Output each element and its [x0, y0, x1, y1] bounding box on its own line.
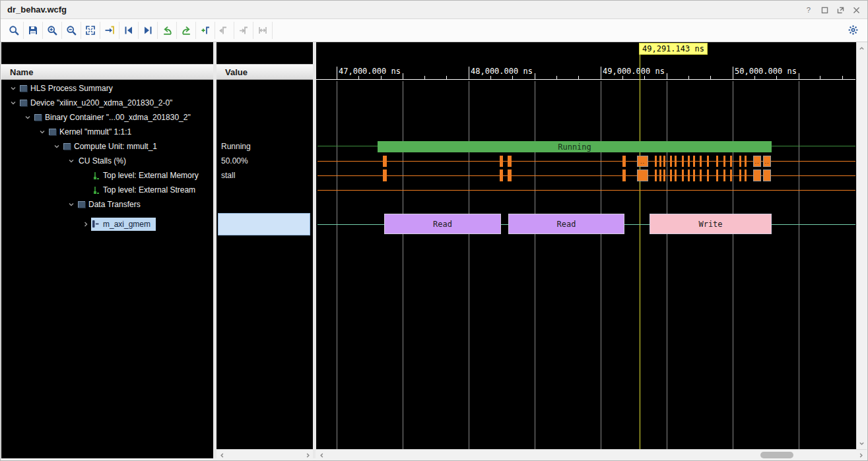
- chevron-down-icon[interactable]: [66, 156, 77, 166]
- scroll-left-icon[interactable]: [217, 450, 226, 460]
- hscroll-thumb[interactable]: [760, 452, 793, 458]
- tree-item[interactable]: Kernel "mmult" 1:1:1: [1, 125, 249, 139]
- time-cursor-line: [640, 55, 640, 449]
- transaction-block: Write: [650, 214, 772, 234]
- gridline: [535, 81, 535, 449]
- chevron-down-icon[interactable]: [8, 84, 18, 93]
- stall-pulse: [383, 169, 387, 181]
- value-panel-hscrollbar[interactable]: [217, 449, 313, 460]
- transaction-icon: [91, 220, 101, 229]
- scroll-up-icon[interactable]: [857, 44, 866, 53]
- stall-pulse: [663, 169, 665, 181]
- minor-tick: [842, 76, 843, 79]
- transaction-block: Read: [508, 214, 624, 234]
- minor-tick: [710, 76, 711, 79]
- stall-pulse: [693, 156, 695, 167]
- value-text: 50.00%: [221, 156, 248, 166]
- toolbar: [1, 19, 867, 42]
- previous-transition-button[interactable]: [119, 22, 139, 39]
- scroll-left-icon[interactable]: [317, 450, 326, 460]
- signal-line: [317, 190, 855, 191]
- stall-pulse: [693, 169, 695, 181]
- tree-item-label: Binary Container "...00_xdma_201830_2": [45, 113, 191, 122]
- zoom-in-button[interactable]: [43, 22, 62, 39]
- time-tick-label: 47,000.000 ns: [339, 67, 401, 76]
- gridline: [667, 81, 667, 449]
- block-icon: [18, 84, 28, 93]
- help-icon[interactable]: ?: [803, 4, 815, 16]
- stall-pulse: [716, 156, 718, 167]
- waveform-viewer-window: dr_behav.wcfg ? Name HLS Process Summary…: [0, 0, 868, 461]
- stall-pulse: [659, 169, 661, 181]
- go-to-time-button[interactable]: [100, 22, 119, 39]
- minor-tick: [688, 76, 689, 79]
- stall-pulse: [700, 156, 702, 167]
- stall-pulse: [383, 156, 387, 167]
- value-text: Running: [221, 142, 251, 151]
- name-column-header[interactable]: Name: [1, 64, 213, 80]
- scroll-right-icon[interactable]: [856, 450, 865, 460]
- scroll-right-icon[interactable]: [303, 450, 312, 460]
- minor-tick: [820, 76, 820, 79]
- save-button[interactable]: [24, 22, 43, 39]
- next-transition-button[interactable]: [139, 22, 158, 39]
- toolbar-buttons: [5, 21, 273, 40]
- major-tick: [469, 67, 469, 79]
- stall-pulse: ..: [753, 156, 761, 167]
- chevron-down-icon[interactable]: [8, 98, 18, 108]
- search-button[interactable]: [5, 22, 24, 39]
- gridline: [799, 81, 799, 449]
- value-column-header[interactable]: Value: [217, 64, 313, 80]
- stall-pulse: [730, 156, 732, 167]
- waveform-canvas[interactable]: 47,000.000 ns48,000.000 ns49,000.000 ns5…: [316, 42, 855, 458]
- stall-pulse: [707, 156, 709, 167]
- stall-pulse: [723, 169, 725, 181]
- close-icon[interactable]: [850, 4, 862, 16]
- block-icon: [62, 142, 72, 151]
- tree-item[interactable]: Device "xilinx_u200_xdma_201830_2-0": [1, 96, 220, 110]
- tree-item[interactable]: Binary Container "...00_xdma_201830_2": [1, 110, 234, 125]
- wave-vscrollbar[interactable]: [856, 42, 867, 449]
- stall-pulse: [682, 169, 684, 181]
- maximize-icon[interactable]: [818, 4, 830, 16]
- gridline: [601, 81, 601, 449]
- redo-button[interactable]: [177, 22, 196, 39]
- minor-tick: [490, 76, 491, 79]
- tree-item[interactable]: HLS Process Summary: [1, 81, 220, 96]
- settings-gear-icon[interactable]: [845, 22, 861, 38]
- chevron-down-icon[interactable]: [37, 127, 48, 137]
- zoom-out-icon: [66, 25, 77, 36]
- minor-tick: [358, 76, 359, 79]
- transaction-label: Read: [433, 220, 452, 229]
- stall-pulse: [655, 156, 657, 167]
- tree-item-label: Kernel "mmult" 1:1:1: [59, 127, 131, 137]
- major-tick: [601, 67, 601, 79]
- minor-tick: [578, 76, 579, 79]
- block-glyph: [20, 85, 27, 92]
- block-glyph: [78, 201, 85, 208]
- chevron-down-icon[interactable]: [22, 113, 33, 122]
- float-icon[interactable]: [834, 4, 846, 16]
- transaction-label: Write: [698, 220, 722, 229]
- zoom-out-button[interactable]: [62, 22, 81, 39]
- stall-pulse: [716, 169, 718, 181]
- chevron-down-icon[interactable]: [66, 200, 77, 209]
- scroll-down-icon[interactable]: [857, 439, 866, 448]
- gridline: [403, 81, 403, 449]
- minor-tick: [776, 76, 777, 79]
- add-marker-button[interactable]: [196, 22, 215, 39]
- undo-button[interactable]: [158, 22, 177, 39]
- chevron-down-icon[interactable]: [51, 142, 62, 151]
- selected-value-box[interactable]: [218, 213, 310, 235]
- cursor-time-label[interactable]: 49,291.143 ns: [639, 43, 708, 55]
- mid-tick: [403, 73, 403, 79]
- wave-hscrollbar[interactable]: [316, 449, 867, 460]
- zoom-fit-button[interactable]: [81, 22, 100, 39]
- tree-item-label: Data Transfers: [88, 200, 141, 209]
- save-icon: [28, 25, 38, 36]
- chevron-right-icon[interactable]: [81, 220, 91, 229]
- block-glyph: [34, 114, 42, 121]
- stall-pulse: [682, 156, 684, 167]
- stall-pulse: [500, 156, 503, 167]
- state-bar: Running: [378, 141, 772, 152]
